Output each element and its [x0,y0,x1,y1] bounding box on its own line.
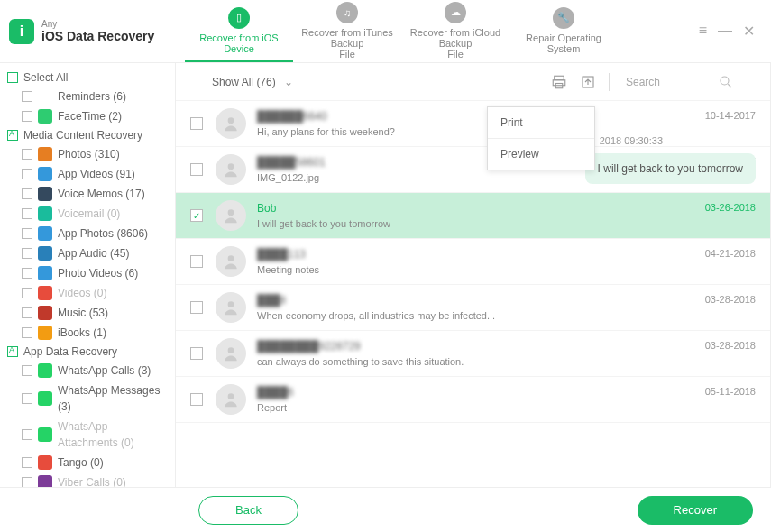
minimize-icon[interactable]: — [718,23,732,40]
avatar-icon [216,108,246,139]
back-button[interactable]: Back [198,496,298,525]
item-label: WhatsApp Messages (3) [58,382,168,415]
show-all-dropdown[interactable]: Show All (76) ⌄ [212,76,293,88]
message-row[interactable]: ████605-11-2018Report [176,377,770,423]
item-checkbox[interactable] [22,457,32,468]
sidebar-item[interactable]: App Videos (91) [0,164,175,184]
row-checkbox[interactable] [190,255,203,268]
tab-0[interactable]: ▯Recover from iOSDevice [185,0,293,62]
item-checkbox[interactable] [22,307,32,318]
recover-button[interactable]: Recover [638,496,753,525]
brand: i Any iOS Data Recovery [9,19,185,44]
item-icon [38,455,52,470]
item-icon [38,206,52,221]
sidebar-item[interactable]: Videos (0) [0,283,175,303]
row-checkbox[interactable] [190,347,203,360]
sidebar-item[interactable]: Tango (0) [0,453,175,472]
sidebar-group[interactable]: App Data Recovery [0,343,175,361]
avatar-icon [216,200,246,231]
row-checkbox[interactable] [190,393,203,406]
sidebar-item[interactable]: Music (53) [0,303,175,323]
sidebar-item[interactable]: App Audio (45) [0,243,175,263]
svg-rect-1 [553,79,565,85]
item-checkbox[interactable] [22,268,32,279]
sidebar-item[interactable]: FaceTime (2) [0,106,175,126]
item-checkbox[interactable] [22,477,32,487]
export-icon[interactable] [580,74,596,90]
sidebar-item[interactable]: iBooks (1) [0,323,175,343]
sidebar-item[interactable]: App Photos (8606) [0,224,175,243]
item-icon [38,363,52,378]
item-checkbox[interactable] [22,169,32,179]
item-icon [38,266,52,280]
menu-icon[interactable]: ≡ [699,23,707,40]
sidebar-item[interactable]: Voicemail (0) [0,204,175,224]
group-checkbox[interactable] [7,130,18,141]
item-label: App Audio (45) [58,245,129,261]
avatar-icon [216,292,246,323]
header: i Any iOS Data Recovery ▯Recover from iO… [0,0,771,63]
item-checkbox[interactable] [22,228,32,239]
group-label: Select All [23,71,68,84]
group-checkbox[interactable] [7,346,18,357]
sidebar-item[interactable]: Voice Memos (17) [0,184,175,204]
row-checkbox[interactable] [190,163,203,176]
search-placeholder[interactable]: Search [626,76,660,88]
group-label: App Data Recovery [23,345,117,358]
item-icon [38,326,52,340]
row-name: ████████9228729 [257,340,361,353]
sidebar[interactable]: Select AllReminders (6)FaceTime (2)Media… [0,63,176,487]
item-label: App Videos (91) [58,166,135,182]
item-checkbox[interactable] [22,288,32,298]
item-checkbox[interactable] [22,149,32,160]
message-row[interactable]: ████11304-21-2018Meeting notes [176,239,770,285]
sidebar-group[interactable]: Select All [0,69,175,87]
item-checkbox[interactable] [22,208,32,219]
item-checkbox[interactable] [22,91,32,102]
sidebar-item[interactable]: WhatsApp Calls (3) [0,361,175,381]
item-label: Videos (0) [58,285,106,301]
tab-1[interactable]: ♫Recover from iTunes BackupFile [293,0,401,62]
tab-3[interactable]: 🔧Repair OperatingSystem [509,0,618,62]
item-checkbox[interactable] [22,393,32,404]
brand-icon: i [9,19,34,44]
row-checkbox[interactable] [190,301,203,314]
sidebar-item[interactable]: Photos (310) [0,144,175,164]
item-checkbox[interactable] [22,248,32,259]
message-row[interactable]: ███803-28-2018When economy drops, all in… [176,285,770,331]
sidebar-item[interactable]: WhatsApp Messages (3) [0,381,175,417]
row-checkbox[interactable] [190,117,203,130]
sidebar-item[interactable]: Viber Calls (0) [0,472,175,487]
item-icon [38,306,52,320]
popup-print[interactable]: Print [488,107,594,139]
item-label: Viber Calls (0) [58,474,126,487]
close-icon[interactable]: ✕ [743,23,755,40]
row-name: ███8 [257,294,286,307]
print-icon[interactable] [551,74,567,90]
sidebar-item[interactable]: Reminders (6) [0,87,175,106]
item-label: Tango (0) [58,454,104,471]
svg-point-8 [228,255,234,261]
svg-point-10 [228,347,234,353]
row-checkbox[interactable]: ✓ [190,209,203,222]
tab-label: Recover from iCloud BackupFile [401,27,509,60]
tab-2[interactable]: ☁Recover from iCloud BackupFile [401,0,509,62]
search-icon[interactable] [718,74,734,90]
item-checkbox[interactable] [22,188,32,199]
item-checkbox[interactable] [22,429,32,440]
item-checkbox[interactable] [22,365,32,376]
brand-title: iOS Data Recovery [41,29,154,43]
sidebar-group[interactable]: Media Content Recovery [0,126,175,144]
item-label: iBooks (1) [58,325,106,341]
message-row[interactable]: ✓Bob03-26-2018I will get back to you tom… [176,193,770,239]
popup-preview[interactable]: Preview [488,139,594,170]
sidebar-item[interactable]: WhatsApp Attachments (0) [0,417,175,453]
item-icon [38,391,52,406]
item-checkbox[interactable] [22,111,32,122]
message-row[interactable]: ████████922872903-28-2018can always do s… [176,331,770,377]
separator [609,73,610,91]
sidebar-item[interactable]: Photo Videos (6) [0,263,175,283]
row-name: Bob [257,202,276,215]
group-checkbox[interactable] [7,72,18,83]
item-checkbox[interactable] [22,327,32,338]
